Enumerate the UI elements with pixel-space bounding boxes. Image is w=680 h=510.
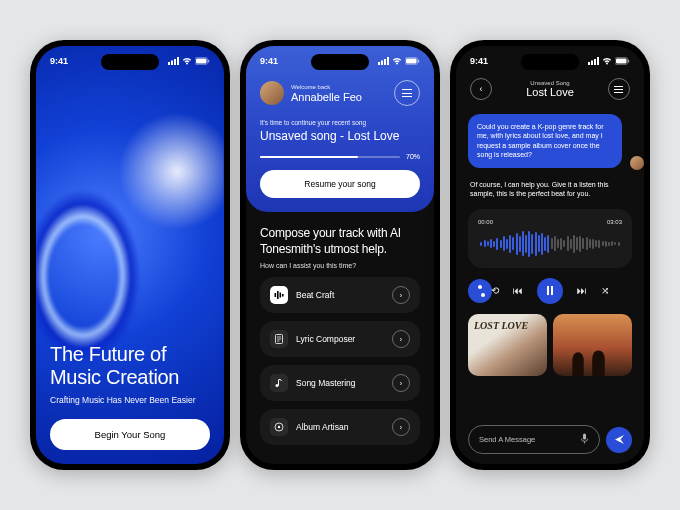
resume-song-button[interactable]: Resume your song bbox=[260, 170, 420, 198]
chat-pretitle: Unsaved Song bbox=[526, 80, 574, 86]
input-placeholder: Send A Message bbox=[479, 435, 535, 444]
welcome-label: Welcome back bbox=[291, 84, 362, 90]
wifi-icon bbox=[392, 57, 402, 65]
waveform[interactable] bbox=[478, 230, 622, 258]
screen-onboarding: 9:41 The Future of Music Creation Crafti… bbox=[36, 46, 224, 464]
chat-title-block: Unsaved Song Lost Love bbox=[526, 80, 574, 98]
user-message: Could you create a K-pop genre track for… bbox=[468, 114, 622, 168]
album-cover-option-1[interactable]: LOST LOVE bbox=[468, 314, 547, 376]
album-cover-option-2[interactable] bbox=[553, 314, 632, 376]
status-time: 9:41 bbox=[470, 56, 488, 66]
tool-label: Lyric Composer bbox=[296, 334, 355, 344]
battery-icon bbox=[405, 57, 420, 65]
shuffle-button[interactable]: ⤨ bbox=[601, 285, 609, 296]
chat-thread: Could you create a K-pop genre track for… bbox=[456, 108, 644, 199]
svg-rect-12 bbox=[406, 59, 417, 64]
username: Annabelle Feo bbox=[291, 91, 362, 103]
chevron-right-icon: › bbox=[392, 374, 410, 392]
svg-rect-32 bbox=[628, 60, 629, 63]
wifi-icon bbox=[182, 57, 192, 65]
tool-beat-craft[interactable]: Beat Craft › bbox=[260, 277, 420, 313]
welcome-row: Welcome back Annabelle Feo bbox=[260, 80, 420, 106]
screen-home: 9:41 Welcome back Annabelle Feo bbox=[246, 46, 434, 464]
chevron-right-icon: › bbox=[392, 330, 410, 348]
dynamic-island bbox=[101, 54, 159, 70]
svg-rect-29 bbox=[597, 57, 599, 65]
recent-song-title: Unsaved song - Lost Love bbox=[260, 129, 420, 143]
svg-point-25 bbox=[278, 426, 280, 428]
signal-icon bbox=[168, 57, 179, 65]
audio-preview-card: 00:00 03:03 bbox=[468, 209, 632, 268]
status-time: 9:41 bbox=[260, 56, 278, 66]
svg-rect-15 bbox=[277, 291, 279, 299]
svg-rect-16 bbox=[280, 293, 282, 298]
audio-times: 00:00 03:03 bbox=[478, 219, 622, 225]
battery-icon bbox=[615, 57, 630, 65]
svg-rect-1 bbox=[171, 61, 173, 66]
progress-percent: 70% bbox=[406, 153, 420, 160]
progress-bar[interactable] bbox=[260, 156, 400, 158]
svg-rect-8 bbox=[381, 61, 383, 66]
tool-song-mastering[interactable]: Song Mastering › bbox=[260, 365, 420, 401]
headline-line2: Music Creation bbox=[50, 366, 210, 389]
ai-regenerate-button[interactable] bbox=[468, 279, 492, 303]
back-button[interactable]: ‹ bbox=[470, 78, 492, 100]
svg-rect-17 bbox=[282, 294, 284, 297]
compose-heading: Compose your track with AI Tonesmith's u… bbox=[260, 226, 420, 257]
menu-button[interactable] bbox=[608, 78, 630, 100]
wifi-icon bbox=[602, 57, 612, 65]
signal-icon bbox=[378, 57, 389, 65]
message-input[interactable]: Send A Message bbox=[468, 425, 600, 454]
dynamic-island bbox=[521, 54, 579, 70]
send-button[interactable] bbox=[606, 427, 632, 453]
hamburger-icon bbox=[402, 89, 412, 97]
cover-text: LOST LOVE bbox=[474, 320, 528, 331]
avatar[interactable] bbox=[260, 81, 284, 105]
svg-rect-5 bbox=[196, 59, 207, 64]
document-icon bbox=[270, 330, 288, 348]
ai-message: Of course, I can help you. Give it a lis… bbox=[468, 180, 632, 199]
svg-rect-0 bbox=[168, 62, 170, 65]
signal-icon bbox=[588, 57, 599, 65]
playback-controls: ⟲ ⏮ ⏭ ⤨ bbox=[456, 278, 644, 304]
continue-hint: It's time to continue your recent song bbox=[260, 119, 420, 126]
svg-rect-10 bbox=[387, 57, 389, 65]
svg-rect-31 bbox=[616, 59, 627, 64]
status-icons bbox=[168, 57, 210, 65]
send-icon bbox=[614, 434, 625, 445]
tool-lyric-composer[interactable]: Lyric Composer › bbox=[260, 321, 420, 357]
phone-home: 9:41 Welcome back Annabelle Feo bbox=[240, 40, 440, 470]
tool-label: Song Mastering bbox=[296, 378, 356, 388]
onboarding-content: The Future of Music Creation Crafting Mu… bbox=[36, 329, 224, 464]
svg-rect-14 bbox=[275, 293, 277, 297]
svg-rect-3 bbox=[177, 57, 179, 65]
tool-album-artisan[interactable]: Album Artisan › bbox=[260, 409, 420, 445]
status-icons bbox=[588, 57, 630, 65]
microphone-icon[interactable] bbox=[580, 433, 589, 446]
tool-label: Album Artisan bbox=[296, 422, 348, 432]
pause-button[interactable] bbox=[537, 278, 563, 304]
assist-prompt: How can I assist you this time? bbox=[260, 262, 420, 269]
tool-label: Beat Craft bbox=[296, 290, 334, 300]
svg-rect-13 bbox=[418, 60, 419, 63]
chat-title: Lost Love bbox=[526, 86, 574, 98]
progress-row: 70% bbox=[260, 153, 420, 160]
status-time: 9:41 bbox=[50, 56, 68, 66]
music-note-icon bbox=[270, 374, 288, 392]
begin-song-button[interactable]: Begin Your Song bbox=[50, 419, 210, 450]
time-end: 03:03 bbox=[607, 219, 622, 225]
svg-rect-7 bbox=[378, 62, 380, 65]
previous-button[interactable]: ⏮ bbox=[513, 285, 523, 296]
screen-chat: 9:41 ‹ Unsaved Song Lost Love Could you … bbox=[456, 46, 644, 464]
headline-line1: The Future of bbox=[50, 343, 210, 366]
svg-rect-23 bbox=[278, 380, 279, 386]
repeat-button[interactable]: ⟲ bbox=[491, 285, 499, 296]
chevron-right-icon: › bbox=[392, 418, 410, 436]
menu-button[interactable] bbox=[394, 80, 420, 106]
next-button[interactable]: ⏭ bbox=[577, 285, 587, 296]
user-block[interactable]: Welcome back Annabelle Feo bbox=[260, 81, 362, 105]
equalizer-icon bbox=[270, 286, 288, 304]
silhouette-art bbox=[561, 342, 618, 376]
avatar bbox=[628, 154, 644, 172]
svg-rect-6 bbox=[208, 60, 209, 63]
